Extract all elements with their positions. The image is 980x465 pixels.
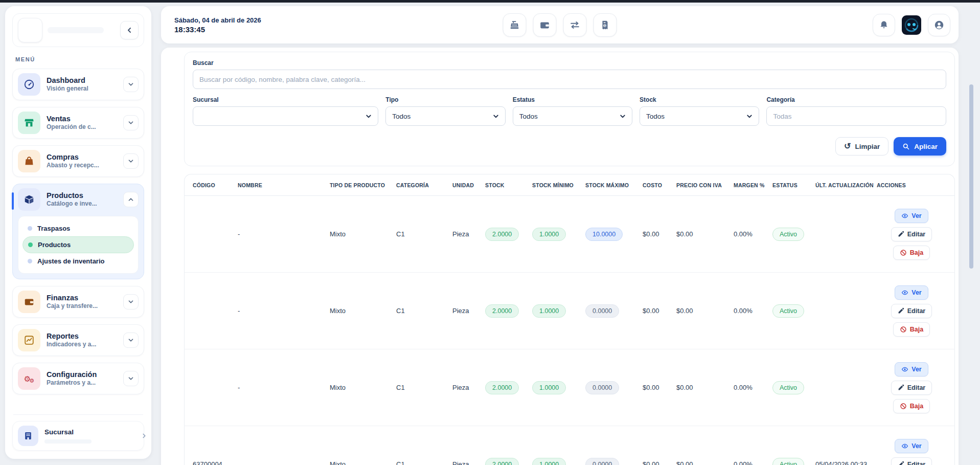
cell-precio: $0.00 [676,307,734,315]
sidebar-item-finanzas[interactable]: Finanzas Caja y transfere... [12,286,144,318]
cell-unidad: Pieza [452,460,485,465]
cell-tipo: Mixto [330,307,396,315]
search-input[interactable] [193,70,946,89]
sidebar: MENÚ Dashboard Visión general [5,6,151,459]
sucursal-select[interactable] [193,106,378,126]
stock-select[interactable]: Todos [640,106,759,126]
sidebar-collapse-button[interactable] [120,21,139,39]
productos-texts: Productos Catálogo e inve... [47,191,117,208]
edit-button[interactable]: Editar [891,227,932,241]
edit-button[interactable]: Editar [891,457,932,465]
configuracion-expand-button[interactable] [123,371,139,386]
sidebar-item-productos[interactable]: Productos Catálogo e inve... [18,188,139,211]
column-header: ESTATUS [772,182,815,188]
compras-expand-button[interactable] [123,153,139,169]
view-button-label: Ver [911,442,921,450]
submenu-item-productos[interactable]: Productos [22,236,134,253]
edit-button-label: Editar [907,384,925,391]
invoice-button[interactable]: $ [594,13,617,37]
chevron-left-icon [125,26,133,34]
stock-min-badge: 1.0000 [532,381,566,394]
sidebar-item-dashboard[interactable]: Dashboard Visión general [12,69,144,100]
sucursal-value-placeholder [44,439,92,444]
vertical-scrollbar[interactable] [969,84,973,269]
notifications-button[interactable] [873,14,895,36]
edit-button[interactable]: Editar [891,304,932,318]
ventas-expand-button[interactable] [123,115,139,130]
cell-nombre: - [238,307,330,315]
cell-precio: $0.00 [676,384,734,391]
deactivate-button[interactable]: Baja [893,246,930,260]
chevron-down-icon [127,337,134,344]
edit-button-label: Editar [907,307,925,315]
cell-categoria: C1 [396,460,452,465]
status-badge: Activo [772,228,804,241]
chevron-down-icon [127,158,134,165]
sidebar-item-compras[interactable]: Compras Abasto y recepc... [12,145,144,177]
productos-collapse-button[interactable] [123,192,139,207]
submenu-item-traspasos[interactable]: Traspasos [22,220,134,236]
user-avatar[interactable] [902,15,921,35]
bell-icon [879,20,889,30]
view-button[interactable]: Ver [895,439,928,453]
cell-precio: $0.00 [676,230,734,238]
app-logo [18,18,42,42]
cell-margen: 0.00% [734,384,772,391]
submenu-item-label: Productos [38,241,71,249]
column-header: ÚLT. ACTUALIZACIÓN [815,182,877,188]
gears-icon: ⚙⚙ [18,367,40,390]
shopping-bag-icon [18,150,40,172]
stock-min-badge: 1.0000 [532,458,566,465]
cash-register-button[interactable] [503,13,527,37]
stock-badge: 2.0000 [485,304,519,318]
stock-badge: 2.0000 [485,458,519,465]
clear-filters-button[interactable]: ↺ Limpiar [835,137,888,156]
column-header: CATEGORÍA [396,182,452,188]
chevron-right-icon[interactable] [141,432,148,439]
sidebar-sucursal-selector[interactable]: Sucursal [12,421,144,451]
menu-item-title: Dashboard [47,76,117,85]
sidebar-item-configuracion[interactable]: ⚙⚙ Configuración Parámetros y a... [12,363,144,394]
pencil-icon [898,461,904,465]
filter-field-tipo: Tipo Todos [385,96,505,126]
profile-button[interactable] [928,14,950,36]
filter-field-categoria: Categoría [766,96,946,126]
view-button-label: Ver [911,212,921,219]
wallet-button[interactable] [533,13,557,37]
stock-max-badge: 0.0000 [585,381,619,394]
tipo-select[interactable]: Todos [385,106,505,126]
deactivate-button-label: Baja [910,326,923,333]
stock-badge: 2.0000 [485,381,519,394]
deactivate-button-label: Baja [910,249,923,256]
finanzas-expand-button[interactable] [123,294,139,309]
reportes-expand-button[interactable] [123,333,139,348]
datetime-block: Sábado, 04 de abril de 2026 18:33:45 [174,16,261,34]
current-time: 18:33:45 [174,25,261,34]
products-table: CÓDIGO NOMBRE TIPO DE PRODUCTO CATEGORÍA… [184,174,955,465]
cell-categoria: C1 [396,384,452,391]
view-button[interactable]: Ver [895,209,928,223]
dashboard-expand-button[interactable] [123,77,139,92]
cell-unidad: Pieza [452,307,485,315]
deactivate-button[interactable]: Baja [893,399,930,413]
sidebar-item-ventas[interactable]: Ventas Operación de c... [12,107,144,139]
sidebar-divider [13,414,143,415]
ventas-texts: Ventas Operación de c... [47,115,117,131]
cell-costo: $0.00 [643,230,676,238]
cell-categoria: C1 [396,230,452,238]
apply-filters-button[interactable]: Aplicar [894,137,946,156]
table-row: - Mixto C1 Pieza 2.0000 1.0000 0.0000 $0… [185,349,954,426]
row-actions: Ver Editar Baja [877,433,946,465]
active-accent-bar [12,192,14,210]
row-actions: Ver Editar Baja [877,279,946,343]
filters-panel: Buscar Sucursal Tipo Todos [184,52,955,166]
view-button[interactable]: Ver [895,285,928,300]
categoria-input[interactable] [766,106,946,126]
submenu-item-ajustes-de-inventario[interactable]: Ajustes de inventario [22,253,134,269]
edit-button[interactable]: Editar [891,381,932,395]
sidebar-item-reportes[interactable]: Reportes Indicadores y a... [12,324,144,356]
estatus-select[interactable]: Todos [513,106,632,126]
view-button[interactable]: Ver [895,362,928,377]
transfers-button[interactable] [563,13,587,37]
deactivate-button[interactable]: Baja [893,322,930,337]
